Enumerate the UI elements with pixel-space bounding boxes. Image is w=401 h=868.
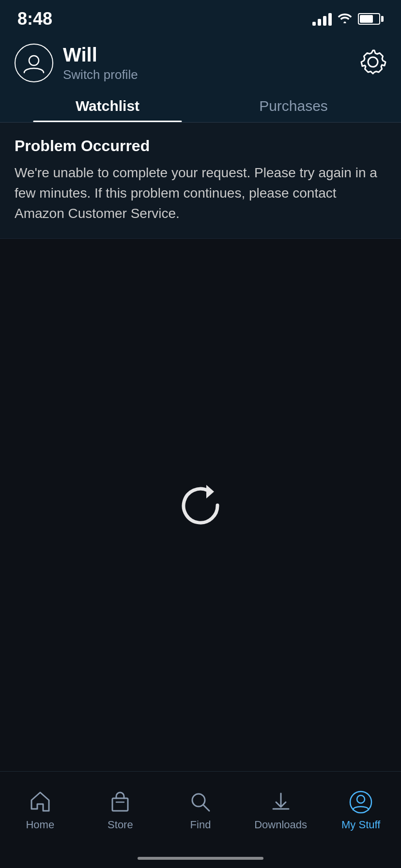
error-title: Problem Occurred: [15, 137, 386, 155]
nav-downloads[interactable]: Downloads: [241, 772, 321, 849]
tab-watchlist[interactable]: Watchlist: [15, 87, 200, 122]
status-icons: [312, 12, 384, 27]
home-indicator-bar: [138, 857, 263, 860]
nav-store[interactable]: Store: [80, 772, 161, 849]
gear-icon: [359, 48, 386, 76]
svg-point-0: [29, 56, 39, 65]
switch-profile-label[interactable]: Switch profile: [63, 67, 138, 82]
main-content: [0, 239, 401, 771]
profile-text: Will Switch profile: [63, 44, 138, 82]
profile-name: Will: [63, 44, 138, 65]
tab-purchases[interactable]: Purchases: [200, 87, 386, 122]
nav-downloads-label: Downloads: [254, 819, 307, 831]
store-icon: [108, 790, 133, 815]
nav-store-label: Store: [108, 819, 133, 831]
refresh-button[interactable]: [176, 481, 225, 529]
bottom-nav: Home Store Find Downloads My Stuff: [0, 771, 401, 849]
battery-icon: [358, 13, 384, 25]
header: Will Switch profile: [0, 34, 401, 87]
nav-find-label: Find: [190, 819, 211, 831]
avatar[interactable]: [15, 44, 53, 82]
error-message: We're unable to complete your request. P…: [15, 163, 386, 224]
wifi-icon: [338, 12, 352, 27]
status-bar: 8:48: [0, 0, 401, 34]
home-icon: [28, 790, 53, 815]
nav-my-stuff[interactable]: My Stuff: [321, 772, 401, 849]
nav-home[interactable]: Home: [0, 772, 80, 849]
profile-section[interactable]: Will Switch profile: [15, 44, 138, 82]
signal-icon: [312, 12, 332, 26]
nav-home-label: Home: [26, 819, 54, 831]
settings-button[interactable]: [359, 48, 386, 78]
avatar-icon: [22, 51, 46, 75]
downloads-icon: [268, 790, 293, 815]
svg-point-5: [357, 795, 365, 803]
refresh-icon: [176, 481, 225, 529]
nav-my-stuff-label: My Stuff: [341, 819, 380, 831]
find-icon: [188, 790, 213, 815]
tabs: Watchlist Purchases: [0, 87, 401, 122]
home-indicator: [0, 849, 401, 868]
my-stuff-icon: [348, 790, 373, 815]
status-time: 8:48: [17, 9, 52, 29]
svg-rect-2: [112, 798, 128, 811]
error-banner: Problem Occurred We're unable to complet…: [0, 123, 401, 239]
nav-find[interactable]: Find: [160, 772, 241, 849]
svg-marker-1: [206, 485, 214, 498]
